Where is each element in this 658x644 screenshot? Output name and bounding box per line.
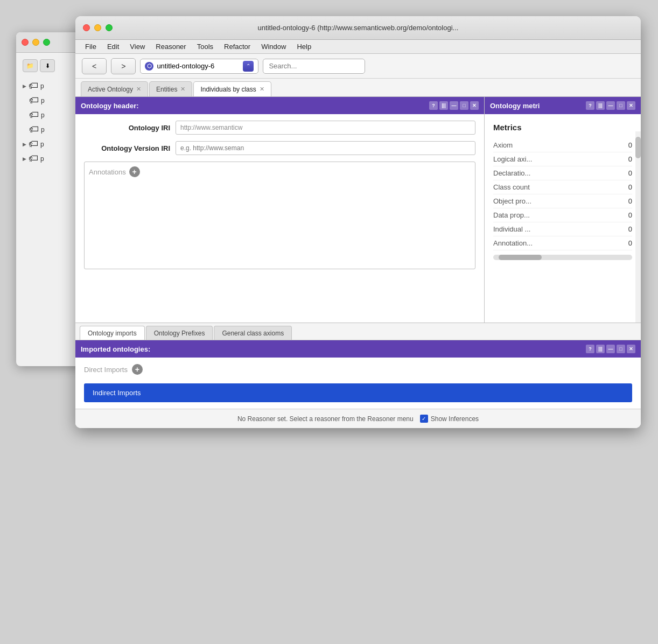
menu-file[interactable]: File bbox=[81, 41, 101, 52]
tab-entities[interactable]: Entities ✕ bbox=[149, 81, 192, 96]
checkbox-label: Show Inferences bbox=[431, 415, 479, 423]
search-input[interactable] bbox=[263, 59, 365, 74]
panels-row: Ontology header: ? ||| — □ ✕ Ontology IR… bbox=[75, 97, 641, 323]
metric-row-annotations: Annotation... 0 bbox=[493, 236, 632, 250]
metric-value: 0 bbox=[628, 197, 632, 205]
metrics-layout-icon[interactable]: ||| bbox=[596, 101, 605, 110]
imports-close-icon[interactable]: ✕ bbox=[627, 345, 635, 353]
metrics-maximize-icon[interactable]: □ bbox=[617, 101, 625, 110]
show-inferences-checkbox[interactable]: ✓ Show Inferences bbox=[420, 415, 479, 423]
menu-view[interactable]: View bbox=[125, 41, 149, 52]
dropdown-arrow-icon[interactable]: ⌃ bbox=[243, 61, 254, 72]
metrics-header-title: Ontology metri bbox=[490, 102, 540, 110]
metrics-panel-header: Ontology metri ? ||| — □ ✕ bbox=[485, 97, 641, 114]
tab-ontology-imports[interactable]: Ontology imports bbox=[80, 326, 145, 340]
ontology-icon: ⬡ bbox=[145, 62, 153, 71]
maximize-button[interactable] bbox=[43, 39, 50, 46]
metric-label: Annotation... bbox=[493, 239, 533, 247]
metric-value: 0 bbox=[628, 183, 632, 191]
metrics-panel: Ontology metri ? ||| — □ ✕ Metrics Axiom bbox=[485, 97, 641, 323]
imports-minimize-icon[interactable]: — bbox=[606, 345, 615, 353]
imports-help-icon[interactable]: ? bbox=[586, 345, 594, 353]
menu-edit[interactable]: Edit bbox=[103, 41, 123, 52]
metric-value: 0 bbox=[628, 155, 632, 163]
version-iri-input[interactable] bbox=[176, 141, 475, 155]
status-message: No Reasoner set. Select a reasoner from … bbox=[237, 415, 414, 423]
version-iri-label: Ontology Version IRI bbox=[84, 144, 170, 152]
metric-row-data-properties: Data prop... 0 bbox=[493, 208, 632, 222]
iri-field-row: Ontology IRI bbox=[84, 121, 475, 135]
tab-general-class-axioms[interactable]: General class axioms bbox=[214, 326, 292, 340]
tab-label: Entities bbox=[156, 86, 177, 93]
metric-label: Individual ... bbox=[493, 225, 530, 233]
minimize-button[interactable] bbox=[32, 39, 39, 46]
close-button[interactable] bbox=[22, 39, 29, 46]
metric-label: Logical axi... bbox=[493, 155, 532, 163]
metric-value: 0 bbox=[628, 211, 632, 219]
direct-imports-label: Direct Imports bbox=[84, 366, 128, 374]
add-annotation-button[interactable]: + bbox=[129, 166, 140, 177]
menu-window[interactable]: Window bbox=[257, 41, 290, 52]
imports-title: Imported ontologies: bbox=[81, 345, 150, 353]
direct-imports-row: Direct Imports + bbox=[84, 364, 632, 375]
toolbar: < > ⬡ untitled-ontology-6 ⌃ bbox=[75, 54, 641, 79]
bottom-tabs-bar: Ontology imports Ontology Prefixes Gener… bbox=[75, 323, 641, 340]
tab-ontology-prefixes[interactable]: Ontology Prefixes bbox=[146, 326, 213, 340]
checkbox-icon: ✓ bbox=[420, 415, 428, 423]
minimize-button[interactable] bbox=[94, 24, 101, 31]
ontology-name: untitled-ontology-6 bbox=[157, 62, 240, 70]
help-icon[interactable]: ? bbox=[429, 101, 438, 110]
back-button[interactable]: < bbox=[82, 58, 107, 74]
tab-active-ontology[interactable]: Active Ontology ✕ bbox=[81, 81, 148, 96]
vertical-scrollbar[interactable] bbox=[635, 131, 641, 323]
tab-label: Active Ontology bbox=[88, 86, 133, 93]
scrollbar-v-thumb bbox=[635, 137, 641, 158]
iri-input[interactable] bbox=[176, 121, 475, 135]
close-panel-icon[interactable]: ✕ bbox=[470, 101, 479, 110]
imports-maximize-icon[interactable]: □ bbox=[617, 345, 625, 353]
tab-label: Ontology Prefixes bbox=[154, 330, 205, 337]
annotations-header: Annotations + bbox=[89, 166, 471, 177]
metric-label: Object pro... bbox=[493, 197, 531, 205]
metrics-minimize-icon[interactable]: — bbox=[606, 101, 615, 110]
tab-close-icon[interactable]: ✕ bbox=[260, 86, 264, 93]
ontology-selector[interactable]: ⬡ untitled-ontology-6 ⌃ bbox=[140, 59, 258, 74]
menu-refactor[interactable]: Refactor bbox=[220, 41, 255, 52]
main-window: untitled-ontology-6 (http://www.semantic… bbox=[75, 16, 641, 428]
menu-reasoner[interactable]: Reasoner bbox=[151, 41, 190, 52]
menu-tools[interactable]: Tools bbox=[193, 41, 218, 52]
metric-row-declaration: Declaratio... 0 bbox=[493, 166, 632, 180]
ontology-header-panel: Ontology header: ? ||| — □ ✕ Ontology IR… bbox=[75, 97, 485, 323]
maximize-panel-icon[interactable]: □ bbox=[460, 101, 468, 110]
tab-individuals-by-class[interactable]: Individuals by class ✕ bbox=[193, 81, 271, 96]
metric-value: 0 bbox=[628, 169, 632, 177]
maximize-button[interactable] bbox=[106, 24, 113, 31]
metric-row-individuals: Individual ... 0 bbox=[493, 222, 632, 236]
metric-row-axiom: Axiom 0 bbox=[493, 138, 632, 152]
metric-row-class-count: Class count 0 bbox=[493, 180, 632, 194]
tab-close-icon[interactable]: ✕ bbox=[180, 86, 185, 93]
horizontal-scrollbar[interactable] bbox=[493, 255, 632, 260]
arrow-icon: ▶ bbox=[23, 142, 26, 147]
minimize-panel-icon[interactable]: — bbox=[450, 101, 458, 110]
metric-label: Class count bbox=[493, 183, 530, 191]
bg-icon-btn-1[interactable]: 📁 bbox=[23, 59, 38, 72]
metric-value: 0 bbox=[628, 141, 632, 149]
status-bar: No Reasoner set. Select a reasoner from … bbox=[75, 409, 641, 428]
close-button[interactable] bbox=[83, 24, 90, 31]
indirect-imports-label: Indirect Imports bbox=[93, 389, 141, 397]
metrics-help-icon[interactable]: ? bbox=[586, 101, 594, 110]
tab-close-icon[interactable]: ✕ bbox=[136, 86, 141, 93]
panel-header-icons: ? ||| — □ ✕ bbox=[429, 101, 479, 110]
imports-header: Imported ontologies: ? ||| — □ ✕ bbox=[75, 340, 641, 358]
scrollbar-thumb bbox=[499, 255, 542, 260]
arrow-icon: ▶ bbox=[23, 83, 26, 89]
imports-layout-icon[interactable]: ||| bbox=[596, 345, 605, 353]
add-direct-import-button[interactable]: + bbox=[132, 364, 143, 375]
layout-icon[interactable]: ||| bbox=[439, 101, 448, 110]
tab-label: Ontology imports bbox=[88, 330, 137, 337]
metrics-close-icon[interactable]: ✕ bbox=[627, 101, 635, 110]
forward-button[interactable]: > bbox=[111, 58, 136, 74]
bg-icon-btn-2[interactable]: ⬇ bbox=[40, 59, 55, 72]
menu-help[interactable]: Help bbox=[292, 41, 316, 52]
